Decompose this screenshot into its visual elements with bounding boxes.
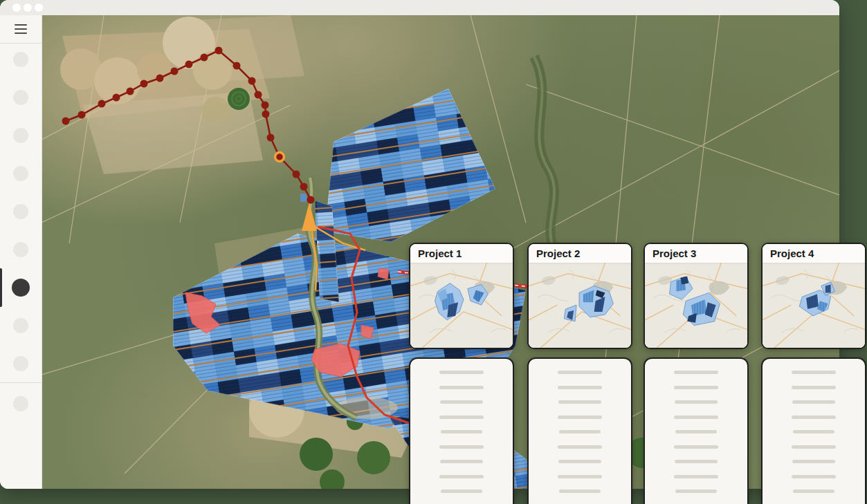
placeholder-line [792, 475, 836, 478]
placeholder-line [674, 416, 718, 419]
placeholder-line [439, 416, 484, 419]
placeholder-line [441, 489, 482, 493]
placeholder-line [792, 400, 835, 404]
placeholder-line [440, 400, 483, 404]
project-map-preview[interactable] [529, 263, 631, 348]
placeholder-line [793, 430, 834, 433]
placeholder-line [558, 460, 601, 463]
traffic-light-icon[interactable] [35, 3, 43, 12]
project-map-preview[interactable] [645, 263, 747, 348]
traffic-light-icon[interactable] [12, 3, 21, 12]
placeholder-line [558, 416, 602, 419]
placeholder-line [793, 489, 834, 493]
placeholder-line [675, 460, 718, 463]
placeholder-line [559, 489, 601, 493]
sidebar-nav-dot-3[interactable] [13, 128, 28, 143]
project-detail-card-4[interactable] [761, 357, 866, 504]
placeholder-line [674, 445, 718, 449]
project-detail-card-2[interactable] [527, 357, 632, 504]
project-card-3[interactable]: Project 3 [644, 243, 749, 349]
active-nav-indicator [0, 268, 2, 307]
placeholder-line [792, 416, 836, 419]
placeholder-line [792, 386, 836, 389]
sidebar-nav-dot-9[interactable] [13, 356, 28, 371]
project-card-title: Project 1 [410, 244, 513, 263]
placeholder-line [558, 475, 602, 478]
project-card-title: Project 3 [645, 244, 747, 263]
sidebar-nav-dot-7[interactable] [12, 279, 30, 297]
placeholder-line [558, 371, 602, 374]
sidebar-nav-dot-2[interactable] [13, 90, 28, 105]
sidebar [0, 15, 42, 489]
sidebar-nav-dot-4[interactable] [13, 166, 28, 181]
project-card-2[interactable]: Project 2 [527, 243, 632, 349]
sidebar-nav-dot-1[interactable] [13, 52, 28, 67]
project-card-1[interactable]: Project 1 [409, 243, 514, 349]
sidebar-nav-dot-8[interactable] [13, 318, 28, 333]
sidebar-nav-dot-5[interactable] [13, 204, 28, 219]
placeholder-line [675, 400, 718, 404]
placeholder-line [441, 430, 482, 433]
placeholder-line [792, 460, 835, 463]
sidebar-divider [0, 43, 42, 44]
placeholder-line [558, 400, 601, 404]
menu-icon[interactable] [15, 24, 27, 34]
placeholder-line [439, 371, 484, 374]
placeholder-line [792, 445, 836, 449]
project-card-title: Project 4 [763, 244, 865, 263]
project-detail-card-1[interactable] [409, 357, 514, 504]
sidebar-divider [0, 382, 42, 383]
placeholder-line [439, 445, 484, 449]
placeholder-line [675, 430, 717, 433]
placeholder-line [674, 475, 718, 478]
placeholder-line [439, 475, 484, 478]
traffic-light-icon[interactable] [24, 3, 32, 12]
project-card-4[interactable]: Project 4 [761, 243, 866, 349]
project-map-preview[interactable] [410, 263, 513, 348]
project-detail-card-3[interactable] [644, 357, 749, 504]
placeholder-line [558, 445, 602, 449]
placeholder-line [792, 371, 836, 374]
placeholder-line [675, 489, 717, 493]
placeholder-line [558, 386, 602, 389]
placeholder-line [559, 430, 601, 433]
project-map-preview[interactable] [763, 263, 865, 348]
window-titlebar [0, 0, 839, 15]
project-card-title: Project 2 [529, 244, 631, 263]
placeholder-line [674, 371, 718, 374]
placeholder-line [439, 386, 484, 389]
placeholder-line [440, 460, 483, 463]
sidebar-nav-dot-6[interactable] [13, 242, 28, 257]
placeholder-line [674, 386, 718, 389]
sidebar-nav-dot-1[interactable] [13, 396, 28, 411]
